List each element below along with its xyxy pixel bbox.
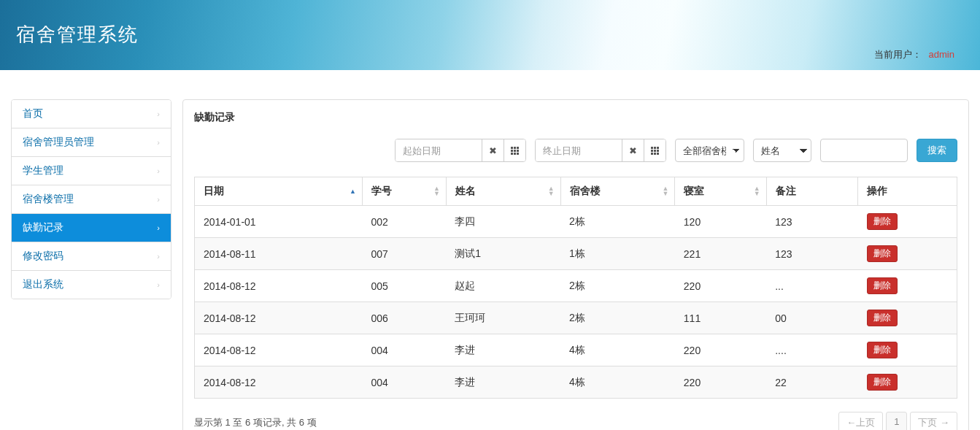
col-remark: 备注 [766, 177, 857, 206]
cell-date: 2014-08-12 [195, 334, 363, 366]
delete-button[interactable]: 删除 [867, 310, 898, 326]
sidebar-item-label: 学生管理 [23, 164, 63, 177]
sidebar-item-4[interactable]: 缺勤记录› [12, 214, 171, 242]
prev-page-button[interactable]: ←上页 [838, 412, 883, 430]
table-footer: 显示第 1 至 6 项记录, 共 6 项 ←上页 1 下页 → [194, 412, 957, 430]
cell-name: 王珂珂 [446, 302, 560, 334]
col-action: 操作 [858, 177, 957, 206]
current-user-display: 当前用户： admin [874, 48, 954, 61]
delete-button[interactable]: 删除 [867, 342, 898, 358]
sidebar-item-label: 退出系统 [23, 278, 63, 291]
sort-icon: ▲▼ [754, 186, 760, 196]
cell-remark: 00 [766, 302, 857, 334]
end-date-clear-button[interactable]: ✖ [622, 139, 644, 161]
chevron-right-icon: › [157, 195, 160, 204]
table-row: 2014-08-12004李进4栋22022删除 [195, 366, 957, 399]
cell-date: 2014-08-12 [195, 366, 363, 399]
delete-button[interactable]: 删除 [867, 277, 898, 294]
chevron-right-icon: › [157, 166, 160, 175]
cell-room: 120 [675, 206, 766, 238]
sidebar-item-0[interactable]: 首页› [12, 100, 171, 128]
sidebar-item-6[interactable]: 退出系统› [12, 271, 171, 299]
close-icon: ✖ [629, 145, 637, 156]
current-user-label: 当前用户： [874, 49, 922, 60]
field-select[interactable]: 姓名 [753, 139, 811, 162]
table-row: 2014-08-12005赵起2栋220...删除 [195, 270, 957, 302]
delete-button[interactable]: 删除 [867, 245, 898, 262]
search-button[interactable]: 搜索 [917, 139, 957, 162]
sidebar-item-label: 宿舍楼管理 [23, 193, 74, 206]
col-room[interactable]: 寝室 ▲▼ [675, 177, 766, 206]
col-date[interactable]: 日期 ▲ [195, 177, 363, 206]
cell-date: 2014-08-12 [195, 270, 363, 302]
chevron-right-icon: › [157, 252, 160, 261]
chevron-right-icon: › [157, 280, 160, 289]
cell-studentNo: 002 [362, 206, 446, 238]
cell-remark: 22 [766, 366, 857, 399]
calendar-icon [511, 147, 519, 155]
end-date-input[interactable] [536, 139, 622, 161]
table-row: 2014-08-12006王珂珂2栋11100删除 [195, 302, 957, 334]
cell-room: 220 [675, 366, 766, 399]
sidebar-item-label: 缺勤记录 [23, 221, 63, 234]
sidebar-item-label: 宿舍管理员管理 [23, 136, 94, 149]
cell-name: 李进 [446, 334, 560, 366]
sidebar-item-5[interactable]: 修改密码› [12, 242, 171, 271]
delete-button[interactable]: 删除 [867, 374, 898, 391]
col-building[interactable]: 宿舍楼 ▲▼ [560, 177, 675, 206]
table-row: 2014-08-11007测试11栋221123删除 [195, 238, 957, 270]
sidebar-item-3[interactable]: 宿舍楼管理› [12, 185, 171, 214]
calendar-icon [651, 147, 659, 155]
cell-date: 2014-08-11 [195, 238, 363, 270]
sidebar: 首页›宿舍管理员管理›学生管理›宿舍楼管理›缺勤记录›修改密码›退出系统› [11, 99, 171, 430]
col-name[interactable]: 姓名 ▲▼ [446, 177, 560, 206]
start-date-input[interactable] [396, 139, 482, 161]
search-input[interactable] [820, 139, 908, 162]
cell-building: 4栋 [560, 366, 675, 399]
cell-room: 221 [675, 238, 766, 270]
cell-action: 删除 [858, 206, 957, 238]
end-date-group: ✖ [535, 139, 666, 162]
main-panel: 缺勤记录 ✖ ✖ 全部宿舍楼 姓名 [182, 99, 969, 430]
cell-building: 1栋 [560, 238, 675, 270]
filter-bar: ✖ ✖ 全部宿舍楼 姓名 搜索 [194, 139, 957, 162]
next-page-button[interactable]: 下页 → [910, 412, 957, 430]
cell-action: 删除 [858, 238, 957, 270]
start-date-calendar-button[interactable] [503, 139, 525, 161]
sort-icon: ▲▼ [548, 186, 555, 196]
cell-action: 删除 [858, 334, 957, 366]
sidebar-item-2[interactable]: 学生管理› [12, 157, 171, 185]
cell-remark: 123 [766, 238, 857, 270]
start-date-clear-button[interactable]: ✖ [482, 139, 503, 161]
sort-icon: ▲ [350, 189, 356, 194]
cell-studentNo: 005 [362, 270, 446, 302]
cell-studentNo: 004 [362, 366, 446, 399]
delete-button[interactable]: 删除 [867, 213, 898, 230]
cell-remark: .... [766, 334, 857, 366]
cell-studentNo: 004 [362, 334, 446, 366]
sort-icon: ▲▼ [662, 186, 668, 196]
cell-remark: ... [766, 270, 857, 302]
cell-date: 2014-08-12 [195, 302, 363, 334]
cell-building: 2栋 [560, 206, 675, 238]
sidebar-item-label: 修改密码 [23, 250, 63, 263]
end-date-calendar-button[interactable] [644, 139, 665, 161]
page-1-button[interactable]: 1 [886, 412, 907, 430]
cell-room: 220 [675, 334, 766, 366]
cell-studentNo: 006 [362, 302, 446, 334]
app-title: 宿舍管理系统 [16, 22, 139, 47]
cell-room: 111 [675, 302, 766, 334]
cell-building: 4栋 [560, 334, 675, 366]
cell-action: 删除 [858, 366, 957, 399]
cell-name: 李四 [446, 206, 560, 238]
current-user-name: admin [929, 49, 954, 60]
col-student-no[interactable]: 学号 ▲▼ [362, 177, 446, 206]
sort-icon: ▲▼ [433, 186, 440, 196]
sidebar-item-1[interactable]: 宿舍管理员管理› [12, 128, 171, 157]
panel-title: 缺勤记录 [194, 111, 957, 124]
chevron-right-icon: › [157, 138, 160, 147]
building-select[interactable]: 全部宿舍楼 [675, 139, 744, 162]
start-date-group: ✖ [395, 139, 526, 162]
cell-building: 2栋 [560, 302, 675, 334]
cell-remark: 123 [766, 206, 857, 238]
